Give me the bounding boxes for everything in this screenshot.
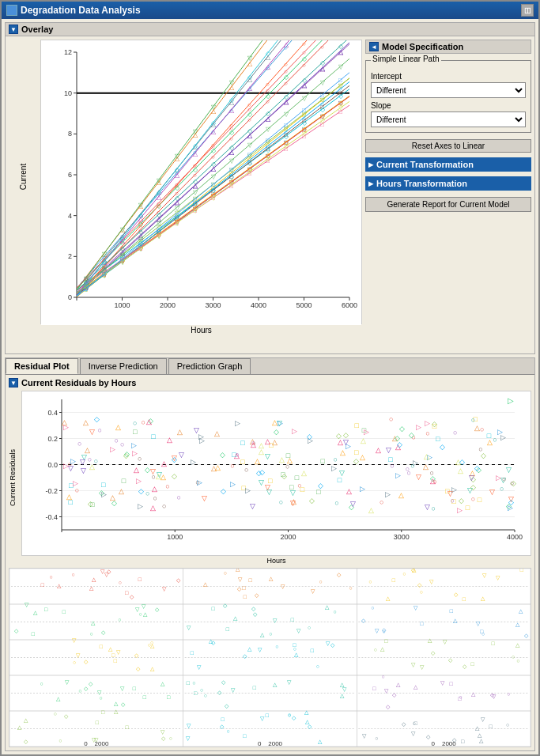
intercept-select[interactable]: Different Same <box>371 82 526 98</box>
overlay-section: ▼ Overlay Current Hours ◄ Model Specific… <box>5 22 535 354</box>
window-title: Degradation Data Analysis <box>21 5 141 16</box>
hours-transform-label: Hours Transformation <box>376 179 467 188</box>
reset-axes-button[interactable]: Reset Axes to Linear <box>365 139 531 153</box>
current-transform-arrow: ▶ <box>368 161 373 168</box>
current-transform-row[interactable]: ▶ Current Transformation <box>365 157 531 172</box>
main-plot-canvas <box>41 40 361 325</box>
simple-linear-path-box: Simple Linear Path Intercept Different S… <box>365 60 531 133</box>
main-plot-area <box>40 40 362 324</box>
tab-bar: Residual Plot Inverse Prediction Predict… <box>6 358 534 375</box>
residual-y-label: Current Residuals <box>9 391 20 565</box>
residual-main-container: Current Residuals Hours <box>9 391 531 565</box>
restore-button[interactable]: ◫ <box>521 4 534 17</box>
model-spec-collapse-btn[interactable]: ◄ <box>369 42 379 51</box>
overlay-title: Overlay <box>21 25 53 34</box>
overlay-header: ▼ Overlay <box>6 23 534 36</box>
content-area: ▼ Overlay Current Hours ◄ Model Specific… <box>2 19 538 754</box>
title-bar: Degradation Data Analysis ◫ <box>2 2 538 19</box>
model-spec-header: ◄ Model Specification <box>365 40 531 54</box>
bottom-section: Residual Plot Inverse Prediction Predict… <box>5 357 535 751</box>
model-spec-panel: ◄ Model Specification Simple Linear Path… <box>365 40 531 358</box>
slope-label: Slope <box>371 101 526 110</box>
current-transform-label: Current Transformation <box>376 160 474 169</box>
x-axis-label: Hours <box>40 326 362 335</box>
tab-prediction-graph[interactable]: Prediction Graph <box>168 358 251 374</box>
main-window: Degradation Data Analysis ◫ ▼ Overlay Cu… <box>0 0 540 756</box>
tab-content: ▼ Current Residuals by Hours Current Res… <box>6 375 534 750</box>
window-icon <box>6 5 17 16</box>
small-plots-row <box>9 568 531 747</box>
residual-section-header: ▼ Current Residuals by Hours <box>9 378 531 387</box>
residual-collapse-btn[interactable]: ▼ <box>9 378 18 387</box>
residual-plot-canvas <box>22 391 531 546</box>
y-axis-label: Current <box>19 164 28 190</box>
generate-report-button[interactable]: Generate Report for Current Model <box>365 197 531 212</box>
main-plot-wrapper: Current Hours <box>40 40 362 335</box>
tab-inverse-prediction[interactable]: Inverse Prediction <box>80 358 167 374</box>
residual-title: Current Residuals by Hours <box>21 378 136 387</box>
hours-transform-arrow: ▶ <box>368 180 373 187</box>
group-box-label: Simple Linear Path <box>371 55 441 63</box>
small-plots-canvas <box>9 569 531 747</box>
residual-x-label: Hours <box>21 557 531 565</box>
slope-select[interactable]: Different Same <box>371 112 526 127</box>
residual-plot-flex: Hours <box>21 391 531 565</box>
tab-residual-plot[interactable]: Residual Plot <box>6 358 78 374</box>
intercept-label: Intercept <box>371 72 526 81</box>
residual-plot-area <box>21 391 531 556</box>
overlay-content: Current Hours ◄ Model Specification Simp… <box>6 36 534 361</box>
hours-transform-row[interactable]: ▶ Hours Transformation <box>365 176 531 191</box>
overlay-collapse-btn[interactable]: ▼ <box>9 25 18 34</box>
model-spec-title: Model Specification <box>382 42 463 51</box>
